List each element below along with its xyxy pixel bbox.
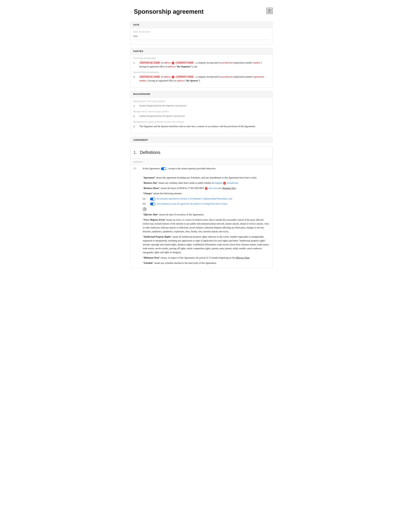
charge-a-content: the amounts specified in Section 2 of Sc… bbox=[150, 197, 232, 201]
background-section: BACKGROUND Background 1: first party pos… bbox=[130, 91, 273, 133]
date-section-content: Date of execution Date bbox=[131, 28, 272, 44]
def-charges: "Charges" means the following amounts: bbox=[143, 191, 270, 195]
document-title: Sponsorship agreement bbox=[134, 7, 204, 17]
definitions-sub-header: Definitions bbox=[131, 159, 272, 165]
party-1-num: 1. bbox=[133, 61, 137, 69]
parties-section-header: PARTIES bbox=[131, 48, 272, 55]
party-1-company[interactable]: COMPANY NAME bbox=[176, 61, 194, 64]
parties-list: 1. INDIVIDUAL NAME of address or COMPANY… bbox=[133, 61, 270, 83]
party-2-jurisdiction[interactable]: jurisdiction bbox=[221, 76, 233, 78]
party-1-jurisdiction[interactable]: jurisdiction bbox=[221, 62, 233, 64]
bg-num-1: 1. bbox=[133, 104, 137, 108]
or-badge-bh: or bbox=[205, 187, 208, 190]
title-wrap: 3 Sponsorship agreement bbox=[130, 7, 204, 17]
bg-label-2: Background 2: second party position bbox=[133, 110, 270, 114]
party-2-of: of bbox=[161, 76, 164, 78]
background-section-content: Background 1: first party position 1. Ex… bbox=[131, 98, 272, 133]
date-section-header: DATE bbox=[131, 22, 272, 28]
party-2-number[interactable]: registration bbox=[253, 76, 264, 78]
party-1-address1[interactable]: address bbox=[164, 62, 171, 64]
party-1-content: INDIVIDUAL NAME of address or COMPANY NA… bbox=[139, 61, 270, 69]
bg-num-2: 2. bbox=[133, 114, 137, 118]
def-business-day: "Business Day" means any weekday other t… bbox=[143, 181, 270, 185]
party-1-reg-pre: (registration number bbox=[233, 62, 253, 64]
party-2-reg-pre: (registration number bbox=[233, 76, 253, 78]
definitions-block: 1. Definitions Definitions 1.1 In this A… bbox=[130, 146, 273, 268]
bg-label-3: Background 3: parties propose to enter i… bbox=[133, 120, 270, 124]
add-charges-button[interactable]: ⊕ bbox=[143, 207, 146, 211]
clause-1-1-intro: In this Agreement bbox=[143, 167, 160, 170]
document-header: 3 Sponsorship agreement bbox=[130, 7, 273, 17]
first-party-label: First Party identification bbox=[133, 57, 270, 60]
charge-item-b: (b) such amounts as may be agreed by the… bbox=[143, 202, 270, 206]
bh-timezone[interactable]: time zone bbox=[209, 187, 218, 190]
definitions-label: Definitions bbox=[133, 160, 143, 163]
clause-1-1-num: 1.1 bbox=[133, 167, 140, 266]
def-minimum-term: "Minimum Term" means, in respect of this… bbox=[143, 256, 270, 260]
party-2-company[interactable]: COMPANY NAME bbox=[176, 75, 194, 78]
bg-num-3: 3. bbox=[133, 124, 137, 128]
clause-1-1-content: In this Agreement , except to the extent… bbox=[143, 167, 270, 266]
parties-section: PARTIES First Party identification 1. IN… bbox=[130, 48, 273, 88]
def-ipr: "Intellectual Property Rights" means all… bbox=[143, 235, 270, 254]
party-1-item: 1. INDIVIDUAL NAME of address or COMPANY… bbox=[133, 61, 270, 69]
page-number: 3 bbox=[130, 11, 132, 14]
bg-text-2[interactable]: Explain background from the Sponsor's pe… bbox=[139, 114, 270, 118]
parties-section-content: First Party identification 1. INDIVIDUAL… bbox=[131, 55, 272, 87]
or-badge-2: or bbox=[172, 76, 174, 78]
date-value[interactable]: Date bbox=[133, 34, 270, 40]
charge-letter-a: (a) bbox=[143, 197, 147, 201]
bg-item-1: 1. Explain background from the Organiser… bbox=[133, 104, 270, 108]
definitions-section-num: 1. bbox=[133, 149, 137, 156]
bd-jurisdiction[interactable]: jurisdiction bbox=[227, 182, 238, 184]
party-2-individual[interactable]: INDIVIDUAL NAME bbox=[139, 75, 160, 78]
party-2-content: INDIVIDUAL NAME of address or COMPANY NA… bbox=[139, 75, 270, 83]
bg-label-1: Background 1: first party position bbox=[133, 100, 270, 103]
second-party-label: Second Party identification bbox=[133, 71, 270, 74]
date-execution-label: Date of execution bbox=[133, 30, 270, 34]
def-business-hours: "Business Hours" means the hours of 09:0… bbox=[143, 186, 270, 190]
party-2-having: ) having its registered office at bbox=[147, 79, 177, 82]
party-2-item: 2. INDIVIDUAL NAME of address or COMPANY… bbox=[133, 75, 270, 83]
bg-text-1[interactable]: Explain background from the Organiser's … bbox=[139, 104, 270, 108]
party-2-address1[interactable]: address bbox=[164, 76, 171, 78]
party-1-having: having its registered office at bbox=[139, 65, 168, 68]
toggle-charge-a[interactable] bbox=[150, 198, 155, 201]
toggle-charge-b[interactable] bbox=[150, 203, 155, 205]
def-schedule: "Schedule" means any schedule attached t… bbox=[143, 261, 270, 265]
background-section-header: BACKGROUND bbox=[131, 91, 272, 98]
bg-item-3: 3. The Organiser and the Sponsor therefo… bbox=[133, 124, 270, 128]
def-agreement: "Agreement" means this agreement includi… bbox=[143, 176, 270, 180]
party-2-num: 2. bbox=[133, 75, 137, 83]
def-effective-date: "Effective Date" means the date of execu… bbox=[143, 213, 270, 216]
agreement-header-block: AGREEMENT bbox=[130, 137, 273, 143]
party-1-individual[interactable]: INDIVIDUAL NAME bbox=[139, 61, 160, 64]
party-1-of: of bbox=[161, 62, 164, 64]
charge-b-content: such amounts as may be agreed by the par… bbox=[150, 202, 227, 206]
charge-letter-b: (b) bbox=[143, 202, 147, 206]
clause-1-1-suffix: , except to the extent expressly provide… bbox=[167, 167, 216, 170]
or-badge-bd: or bbox=[223, 182, 226, 184]
grid-icon[interactable] bbox=[266, 8, 273, 14]
or-badge-1: or bbox=[172, 62, 174, 64]
party-1-organiser: ("the Organiser"); and bbox=[176, 65, 197, 68]
party-2-address2[interactable]: address bbox=[177, 79, 184, 82]
party-2-sponsor: ("the Sponsor"). bbox=[185, 79, 201, 82]
def-force-majeure: "Force Majeure Event" means an event, or… bbox=[143, 218, 270, 234]
clause-1-1: 1.1 In this Agreement , except to the ex… bbox=[131, 165, 272, 268]
charges-list: (a) the amounts specified in Section 2 o… bbox=[143, 197, 270, 206]
party-1-address2[interactable]: address bbox=[168, 65, 175, 68]
toggle-1[interactable] bbox=[161, 167, 166, 170]
party-1-reg-post: ) bbox=[261, 62, 262, 64]
definitions-content: Definitions 1.1 In this Agreement , exce… bbox=[131, 158, 272, 268]
bg-item-2: 2. Explain background from the Sponsor's… bbox=[133, 114, 270, 118]
party-2-incorporated: , a company incorporated in bbox=[194, 76, 221, 78]
party-1-incorporated: , a company incorporated in bbox=[194, 62, 221, 64]
definitions-title: Definitions bbox=[140, 149, 160, 156]
agreement-header: AGREEMENT bbox=[131, 137, 272, 143]
bg-text-3: The Organiser and the Sponsor therefore … bbox=[139, 124, 270, 128]
party-1-number[interactable]: number bbox=[253, 62, 260, 64]
party-2-number2[interactable]: number bbox=[139, 79, 147, 82]
date-section: DATE Date of execution Date bbox=[130, 22, 273, 45]
definitions-title-row: 1. Definitions bbox=[131, 146, 272, 158]
